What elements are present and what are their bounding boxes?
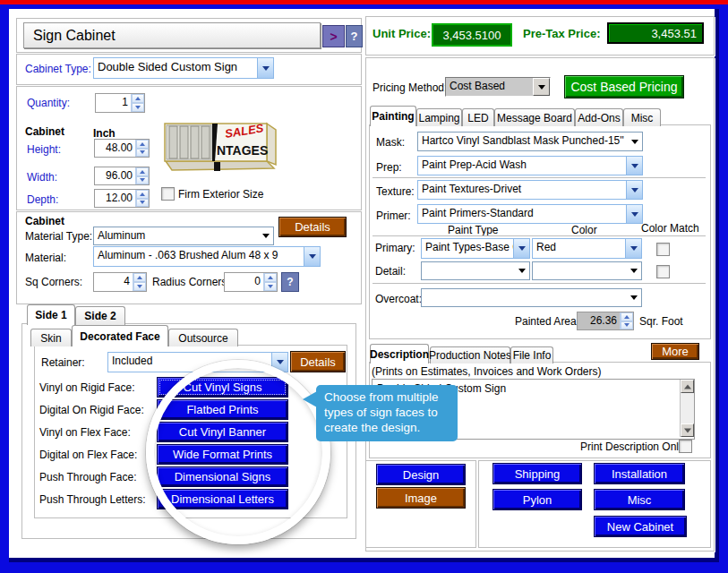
tab-misc[interactable]: Misc: [623, 108, 661, 126]
width-label: Width:: [27, 171, 57, 184]
firm-exterior-checkbox[interactable]: [161, 187, 175, 201]
more-button[interactable]: More: [651, 343, 699, 360]
pylon-button[interactable]: Pylon: [492, 489, 582, 510]
spin-up-icon[interactable]: [133, 273, 146, 282]
corners-help-icon[interactable]: ?: [281, 272, 299, 292]
divider: [373, 283, 706, 285]
face-row-label: Push Through Face:: [39, 471, 137, 483]
tab-painting[interactable]: Painting: [370, 106, 416, 126]
tab-production-notes[interactable]: Production Notes: [430, 346, 510, 363]
vertical-scrollbar[interactable]: [680, 380, 694, 437]
spin-down-icon[interactable]: [136, 149, 149, 158]
cabinet-type-select[interactable]: Double Sided Custom Sign: [93, 57, 274, 79]
flatbed-prints-button[interactable]: Flatbed Prints: [157, 399, 288, 420]
tab-decorated-face[interactable]: Decorated Face: [72, 325, 168, 346]
shipping-button[interactable]: Shipping: [492, 463, 582, 484]
spin-up-icon[interactable]: [136, 190, 149, 199]
tab-file-info[interactable]: File Info: [510, 346, 553, 363]
overcoat-select[interactable]: [421, 288, 642, 307]
spin-down-icon[interactable]: [132, 103, 144, 112]
scroll-up-icon[interactable]: [681, 380, 694, 393]
prep-label: Prep:: [376, 161, 402, 174]
material-details-button[interactable]: Details: [278, 217, 347, 237]
chevron-down-icon[interactable]: [304, 247, 320, 266]
height-stepper[interactable]: 48.00: [94, 139, 150, 158]
sq-corners-value: 4: [94, 273, 133, 291]
tab-message-board[interactable]: Message Board: [494, 108, 575, 126]
chevron-down-icon[interactable]: [514, 262, 529, 279]
chevron-down-icon[interactable]: [626, 181, 642, 199]
dimensional-letters-button[interactable]: Dimensional Letters: [157, 489, 288, 509]
tab-add-ons[interactable]: Add-Ons: [575, 108, 623, 126]
tab-lamping[interactable]: Lamping: [416, 108, 462, 126]
cabinet-type-label: Cabinet Type:: [25, 63, 91, 75]
material-type-select[interactable]: Aluminum: [93, 227, 274, 245]
cut-vinyl-signs-button[interactable]: Cut Vinyl Signs: [157, 377, 288, 398]
quantity-stepper[interactable]: 1: [95, 93, 145, 113]
spin-down-icon[interactable]: [136, 199, 149, 208]
primary-color-select[interactable]: Red: [532, 238, 642, 259]
spin-up-icon[interactable]: [136, 140, 149, 149]
tab-side-1[interactable]: Side 1: [27, 304, 75, 325]
retainer-value: Included: [108, 353, 271, 372]
tab-outsource[interactable]: Outsource: [168, 329, 238, 346]
dimensional-signs-button[interactable]: Dimensional Signs: [157, 466, 288, 487]
detail-color-match-checkbox[interactable]: [656, 265, 670, 278]
spin-up-icon[interactable]: [621, 312, 633, 321]
chevron-down-icon[interactable]: [257, 58, 273, 78]
primary-paint-type-select[interactable]: Paint Types-Base Cc: [421, 238, 530, 259]
chevron-down-icon[interactable]: [626, 157, 642, 175]
tab-side-2[interactable]: Side 2: [75, 306, 125, 325]
chevron-down-icon[interactable]: [626, 262, 641, 279]
spin-up-icon[interactable]: [264, 273, 277, 282]
chevron-down-icon[interactable]: [271, 353, 287, 372]
forward-arrow-icon[interactable]: >: [322, 25, 345, 47]
misc-button[interactable]: Misc: [594, 489, 685, 510]
mask-select[interactable]: Hartco Vinyl Sandblast Mask Punched-15'': [417, 132, 643, 151]
depth-stepper[interactable]: 12.00: [94, 189, 150, 208]
primer-select[interactable]: Paint Primers-Standard: [417, 204, 643, 224]
prep-select[interactable]: Paint Prep-Acid Wash: [417, 156, 643, 175]
new-cabinet-button[interactable]: New Cabinet: [594, 516, 687, 537]
width-stepper[interactable]: 96.00: [94, 167, 150, 185]
detail-paint-type-select[interactable]: [421, 261, 530, 280]
tab-skin[interactable]: Skin: [30, 329, 72, 346]
print-description-only-checkbox[interactable]: [679, 440, 692, 453]
texture-select[interactable]: Paint Textures-Drivet: [417, 180, 643, 200]
cost-based-pricing-button[interactable]: Cost Based Pricing: [564, 75, 684, 98]
chevron-down-icon[interactable]: [513, 239, 529, 258]
sq-corners-stepper[interactable]: 4: [93, 272, 147, 292]
painted-area-stepper[interactable]: 26.36: [577, 312, 634, 330]
spin-down-icon[interactable]: [133, 282, 146, 291]
retainer-select[interactable]: Included: [107, 352, 288, 372]
material-select[interactable]: Aluminum - .063 Brushed Alum 48 x 9: [93, 246, 321, 267]
design-button[interactable]: Design: [376, 464, 466, 485]
spin-down-icon[interactable]: [264, 282, 277, 291]
spin-up-icon[interactable]: [136, 167, 149, 176]
cut-vinyl-banner-button[interactable]: Cut Vinyl Banner: [157, 422, 288, 442]
scroll-down-icon[interactable]: [681, 423, 694, 437]
spin-up-icon[interactable]: [132, 94, 144, 103]
chevron-down-icon[interactable]: [258, 227, 273, 244]
detail-paint-type-value: [422, 262, 514, 279]
radius-corners-stepper[interactable]: 0: [224, 272, 278, 292]
help-icon[interactable]: ?: [346, 25, 363, 47]
tab-led[interactable]: LED: [462, 108, 494, 126]
spin-down-icon[interactable]: [136, 176, 149, 185]
chevron-down-icon[interactable]: [626, 289, 641, 306]
detail-color-select[interactable]: [532, 261, 642, 280]
primary-color-match-checkbox[interactable]: [656, 243, 670, 256]
spin-down-icon[interactable]: [621, 321, 633, 330]
cabinet-dim-header: Cabinet: [25, 125, 64, 138]
height-label: Height:: [27, 143, 61, 156]
wide-format-prints-button[interactable]: Wide Format Prints: [157, 444, 288, 465]
tab-description[interactable]: Description: [370, 344, 429, 363]
chevron-down-icon[interactable]: [626, 205, 642, 223]
chevron-down-icon[interactable]: [627, 133, 642, 150]
chevron-down-icon[interactable]: [625, 239, 641, 258]
pricing-method-select[interactable]: Cost Based: [445, 77, 551, 97]
installation-button[interactable]: Installation: [594, 463, 685, 484]
image-button[interactable]: Image: [376, 487, 466, 509]
retainer-details-button[interactable]: Details: [290, 351, 346, 372]
chevron-down-icon[interactable]: [533, 78, 550, 96]
